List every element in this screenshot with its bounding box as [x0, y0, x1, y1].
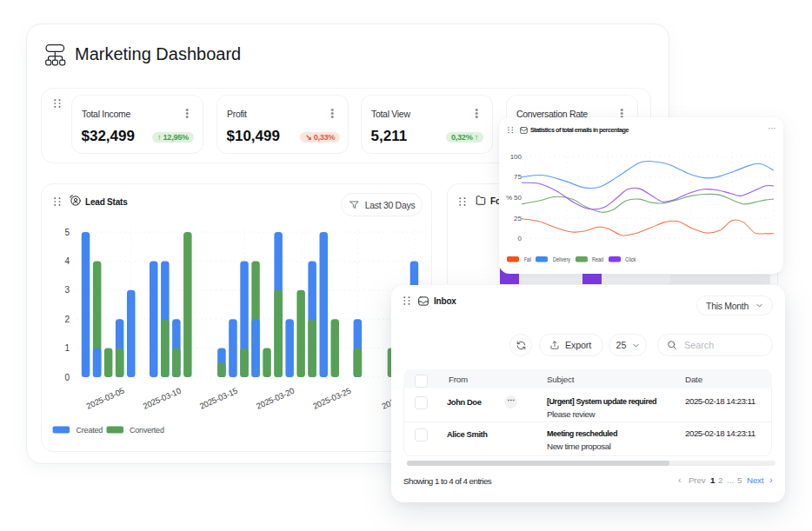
svg-text:2025-03-25: 2025-03-25 [311, 386, 352, 411]
svg-text:100: 100 [510, 153, 522, 161]
svg-text:Click: Click [625, 256, 636, 263]
svg-text:4: 4 [64, 256, 70, 266]
svg-text:Fail: Fail [524, 256, 531, 263]
svg-text:50: 50 [514, 194, 522, 202]
svg-text:2025-03-20: 2025-03-20 [255, 386, 296, 411]
svg-text:Converted: Converted [130, 426, 164, 435]
svg-text:0: 0 [518, 235, 522, 242]
svg-text:Created: Created [77, 426, 103, 435]
svg-text:1: 1 [64, 343, 70, 353]
svg-text:0: 0 [64, 373, 70, 382]
svg-text:2025-03-05: 2025-03-05 [84, 386, 125, 411]
svg-text:2025-03-15: 2025-03-15 [198, 386, 239, 411]
svg-text:3: 3 [64, 285, 70, 295]
svg-text:Delivery: Delivery [553, 256, 570, 263]
svg-text:Read: Read [592, 256, 603, 263]
svg-text:25: 25 [514, 215, 522, 222]
svg-text:2: 2 [64, 315, 70, 324]
svg-text:5: 5 [64, 228, 70, 237]
svg-text:2025-03-10: 2025-03-10 [142, 386, 183, 411]
svg-text:75: 75 [514, 173, 522, 181]
svg-text:%: % [506, 194, 512, 202]
